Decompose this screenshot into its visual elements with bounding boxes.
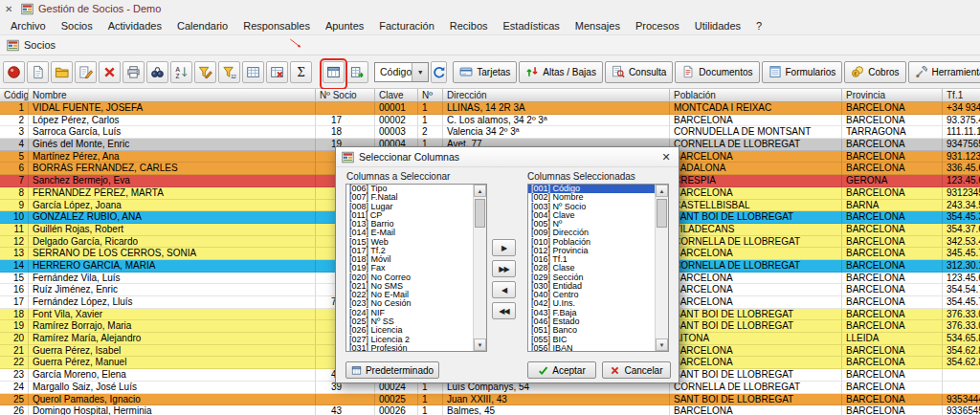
scroll-thumb[interactable] bbox=[475, 199, 485, 228]
column-option[interactable]: [028] Clase bbox=[528, 264, 656, 273]
column-option[interactable]: [002] Nombre bbox=[528, 193, 656, 202]
select-columns-button[interactable] bbox=[323, 61, 345, 83]
grid-options-button[interactable] bbox=[242, 61, 264, 83]
menu-item-calendario[interactable]: Calendario bbox=[169, 18, 235, 33]
available-scrollbar[interactable]: ▲ ▼ bbox=[473, 185, 486, 351]
filter-values-button[interactable]: 12 bbox=[218, 61, 240, 83]
refresh-button[interactable] bbox=[431, 61, 447, 83]
column-header-tf-1[interactable]: Tf.1 bbox=[943, 89, 980, 101]
action-consulta-button[interactable]: Consulta bbox=[605, 61, 673, 83]
menu-item-socios[interactable]: Socios bbox=[54, 18, 100, 33]
scroll-thumb[interactable] bbox=[657, 199, 667, 228]
column-option[interactable]: [040] Centro bbox=[528, 291, 656, 299]
column-header-direcci-n[interactable]: Dirección bbox=[443, 89, 670, 101]
move-all-left-button[interactable]: ◀◀ bbox=[492, 302, 516, 319]
column-option[interactable]: [003] Nº Socio bbox=[528, 203, 656, 211]
new-record-button[interactable] bbox=[27, 61, 49, 83]
column-option[interactable]: [020] No Correo bbox=[346, 273, 474, 282]
clear-filter-button[interactable] bbox=[266, 61, 288, 83]
column-option[interactable]: [008] Lugar bbox=[346, 203, 474, 211]
column-header-poblaci-n[interactable]: Población bbox=[670, 89, 842, 101]
action-formularios-button[interactable]: Formularios bbox=[762, 61, 843, 83]
delete-record-button[interactable] bbox=[99, 61, 121, 83]
column-option[interactable]: [005] Nº bbox=[528, 220, 656, 229]
column-option[interactable]: [026] Licencia bbox=[346, 326, 474, 335]
column-option[interactable]: [015] Web bbox=[346, 238, 474, 247]
sort-button[interactable]: AZ bbox=[170, 61, 192, 83]
column-option[interactable]: [029] Sección bbox=[528, 273, 656, 282]
column-header-provincia[interactable]: Provincia bbox=[842, 89, 943, 101]
record-button[interactable] bbox=[3, 61, 25, 83]
available-columns-list[interactable]: [006] Tipo[007] F.Natal[008] Lugar[011] … bbox=[345, 184, 487, 352]
column-option[interactable]: [030] Entidad bbox=[528, 282, 656, 291]
column-option[interactable]: [042] U.Ins. bbox=[528, 299, 656, 308]
column-header-n[interactable]: Nº bbox=[418, 89, 443, 101]
dialog-close-icon[interactable]: ✕ bbox=[657, 149, 675, 164]
column-option[interactable]: [025] Nº SS bbox=[346, 317, 474, 326]
menu-item-archivo[interactable]: Archivo bbox=[3, 18, 54, 33]
column-option[interactable]: [055] BIC bbox=[528, 336, 656, 344]
menu-item-responsables[interactable]: Responsables bbox=[235, 18, 318, 33]
column-option[interactable]: [024] NIF bbox=[346, 309, 474, 317]
column-option[interactable]: [012] Provincia bbox=[528, 247, 656, 255]
column-option[interactable]: [027] Licencia 2 bbox=[346, 336, 474, 344]
edit-record-button[interactable] bbox=[75, 61, 97, 83]
scroll-down-icon[interactable]: ▼ bbox=[474, 339, 486, 351]
table-row-3[interactable]: 3Sarroca García, Luís18000032Valencia 34… bbox=[0, 126, 980, 139]
cancel-button[interactable]: Cancelar bbox=[602, 361, 671, 379]
column-option[interactable]: [016] Tf.1 bbox=[528, 255, 656, 264]
sum-button[interactable]: Σ bbox=[290, 61, 312, 83]
scroll-down-icon[interactable]: ▼ bbox=[656, 339, 668, 351]
column-header-nombre[interactable]: Nombre bbox=[29, 89, 316, 101]
menu-item-recibos[interactable]: Recibos bbox=[442, 18, 496, 33]
menu-item-actividades[interactable]: Actividades bbox=[100, 18, 169, 33]
table-row-1[interactable]: 1VIDAL FUENTE, JOSEFA000011LLINÀS, 14 2R… bbox=[0, 102, 980, 115]
table-row-25[interactable]: 25Querol Pamades, Ignacio000251Juan XXII… bbox=[0, 394, 980, 406]
column-option[interactable]: [006] Tipo bbox=[346, 185, 474, 193]
column-option[interactable]: [014] E-Mail bbox=[346, 229, 474, 237]
column-option[interactable]: [010] Población bbox=[528, 238, 656, 247]
export-grid-button[interactable] bbox=[346, 61, 368, 83]
selected-scrollbar[interactable]: ▲ ▼ bbox=[655, 185, 668, 351]
move-right-button[interactable]: ▶ bbox=[492, 239, 516, 256]
filter-edit-button[interactable] bbox=[194, 61, 216, 83]
column-option[interactable]: [007] F.Natal bbox=[346, 193, 474, 202]
selected-columns-list[interactable]: [001] Código[002] Nombre[003] Nº Socio[0… bbox=[527, 184, 669, 352]
print-button[interactable] bbox=[122, 61, 145, 83]
column-option[interactable]: [004] Clave bbox=[528, 211, 656, 220]
scroll-up-icon[interactable]: ▲ bbox=[474, 185, 486, 197]
order-dropdown[interactable]: Código ▼ bbox=[374, 62, 429, 82]
move-all-right-button[interactable]: ▶▶ bbox=[492, 260, 516, 277]
column-header-c-digo[interactable]: Código bbox=[0, 89, 29, 101]
menu-item-apuntes[interactable]: Apuntes bbox=[318, 18, 371, 33]
scroll-up-icon[interactable]: ▲ bbox=[656, 185, 668, 197]
column-option[interactable]: [031] Profesión bbox=[346, 344, 474, 351]
column-option[interactable]: [043] F.Baja bbox=[528, 309, 656, 317]
column-option[interactable]: [019] Fax bbox=[346, 264, 474, 273]
menu-item-utilidades[interactable]: Utilidades bbox=[687, 18, 748, 33]
panel-close-icon[interactable]: ✕ bbox=[5, 4, 16, 14]
accept-button[interactable]: Aceptar bbox=[527, 361, 596, 379]
column-header-clave[interactable]: Clave bbox=[375, 89, 418, 101]
search-button[interactable] bbox=[146, 61, 168, 83]
column-option[interactable]: [017] Tf.2 bbox=[346, 247, 474, 255]
menu-item-estad-sticas[interactable]: Estadísticas bbox=[496, 18, 568, 33]
column-option[interactable]: [022] No E-Mail bbox=[346, 291, 474, 299]
column-option[interactable]: [051] Banco bbox=[528, 326, 656, 335]
column-option[interactable]: [021] No SMS bbox=[346, 282, 474, 291]
column-option[interactable]: [046] Estado bbox=[528, 317, 656, 326]
socios-panel-tab[interactable]: Socios bbox=[0, 34, 980, 55]
column-option[interactable]: [018] Móvil bbox=[346, 255, 474, 264]
action-documentos-button[interactable]: Documentos bbox=[675, 61, 759, 83]
column-option[interactable]: [013] Barrio bbox=[346, 220, 474, 229]
open-record-button[interactable] bbox=[51, 61, 73, 83]
column-option[interactable]: [009] Dirección bbox=[528, 229, 656, 237]
action-tarjetas-button[interactable]: Tarjetas bbox=[453, 61, 517, 83]
column-option[interactable]: [023] No Cesión bbox=[346, 299, 474, 308]
column-header-n-socio[interactable]: Nº Socio bbox=[316, 89, 375, 101]
column-option[interactable]: [011] CP bbox=[346, 211, 474, 220]
action-altas-bajas-button[interactable]: Altas / Bajas bbox=[519, 61, 603, 83]
table-row-2[interactable]: 2López Pérez, Carlos17000021C. Los alamo… bbox=[0, 115, 980, 127]
column-option[interactable]: [056] IBAN bbox=[528, 344, 656, 351]
menu-item-facturaci-n[interactable]: Facturación bbox=[371, 18, 441, 33]
